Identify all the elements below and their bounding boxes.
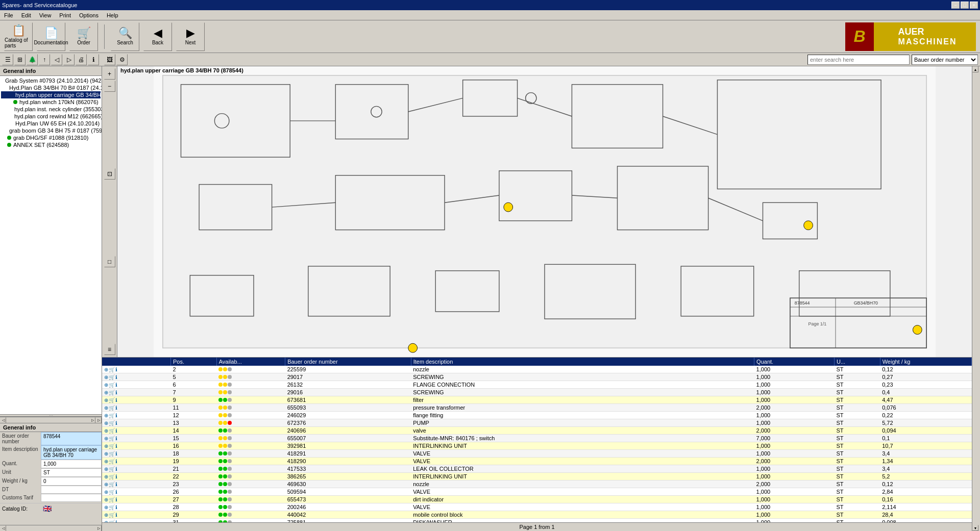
table-row[interactable]: ⊕ 🛒 ℹ 6 26132 FLANGE CONNECTION 1,000 ST… (102, 381, 972, 389)
col-weight[interactable]: Weight / kg (880, 358, 971, 366)
tb2-grid-btn[interactable]: ⊞ (14, 54, 26, 65)
layers-button[interactable]: ≡ (104, 344, 115, 355)
tb2-print-btn[interactable]: 🖨 (76, 54, 87, 65)
add-to-order-icon[interactable]: ⊕ (104, 512, 108, 518)
right-scrollbar[interactable]: ▲ ▼ (972, 66, 980, 531)
menu-help[interactable]: Help (103, 11, 122, 19)
tb2-part-btn[interactable]: ⚙ (116, 54, 128, 65)
cart-icon[interactable]: 🛒 (109, 504, 115, 510)
col-order[interactable]: Bauer order number (285, 358, 411, 366)
table-row[interactable]: ⊕ 🛒 ℹ 27 655473 dirt indicator 1,000 ST … (102, 496, 972, 503)
info-icon[interactable]: ℹ (115, 374, 117, 380)
tb2-fwd-btn[interactable]: ▷ (63, 54, 75, 65)
order-button[interactable]: 🛒 Order (69, 22, 98, 51)
cart-icon[interactable]: 🛒 (109, 443, 115, 449)
tb2-list-btn[interactable]: ☰ (2, 54, 13, 65)
zoom-in-button[interactable]: + (104, 68, 115, 80)
info-icon[interactable]: ℹ (115, 474, 117, 479)
tree-item-hyd_inst[interactable]: hyd.plan inst. neck cylinder (355303) (1, 106, 101, 113)
zoom-out-button[interactable]: − (104, 81, 115, 92)
tree-item-hyd_upper[interactable]: hyd.plan upper carriage GB 34/BH 70 (8..… (1, 91, 101, 98)
cart-icon[interactable]: 🛒 (109, 413, 115, 418)
add-to-order-icon[interactable]: ⊕ (104, 474, 108, 479)
col-quant[interactable]: Quant. (754, 358, 835, 366)
add-to-order-icon[interactable]: ⊕ (104, 459, 108, 464)
cart-icon[interactable]: 🛒 (109, 420, 115, 426)
cart-icon[interactable]: 🛒 (109, 382, 115, 388)
info-scroll-right[interactable]: ▷ (95, 525, 102, 532)
menu-view[interactable]: View (35, 11, 56, 19)
table-row[interactable]: ⊕ 🛒 ℹ 12 246029 flange fitting 1,000 ST … (102, 412, 972, 419)
info-icon[interactable]: ℹ (115, 482, 117, 487)
add-to-order-icon[interactable]: ⊕ (104, 390, 108, 395)
table-row[interactable]: ⊕ 🛒 ℹ 23 469630 nozzle 2,000 ST 0,12 (102, 481, 972, 488)
tree-item-grab_boom[interactable]: grab boom GB 34 BH 75 # 0187 (759481) (1, 127, 101, 134)
info-icon[interactable]: ℹ (115, 405, 117, 411)
table-row[interactable]: ⊕ 🛒 ℹ 9 673681 filter 1,000 ST 4,47 (102, 396, 972, 404)
add-to-order-icon[interactable]: ⊕ (104, 466, 108, 472)
add-to-order-icon[interactable]: ⊕ (104, 397, 108, 403)
info-icon[interactable]: ℹ (115, 436, 117, 441)
table-row[interactable]: ⊕ 🛒 ℹ 5 29017 SCREWING 1,000 ST 0,27 (102, 373, 972, 381)
tb2-tree-btn[interactable]: 🌲 (27, 54, 38, 65)
info-icon[interactable]: ℹ (115, 451, 117, 457)
add-to-order-icon[interactable]: ⊕ (104, 374, 108, 380)
add-to-order-icon[interactable]: ⊕ (104, 405, 108, 411)
add-to-order-icon[interactable]: ⊕ (104, 482, 108, 487)
table-row[interactable]: ⊕ 🛒 ℹ 29 440042 mobile control block 1,0… (102, 511, 972, 519)
cart-icon[interactable]: 🛒 (109, 497, 115, 502)
tree-item-grab_dhg[interactable]: grab DHG/SF #1088 (912810) (1, 134, 101, 141)
info-icon[interactable]: ℹ (115, 390, 117, 395)
add-to-order-icon[interactable]: ⊕ (104, 443, 108, 449)
cart-icon[interactable]: 🛒 (109, 482, 115, 487)
back-button[interactable]: ◀ Back (143, 22, 172, 51)
add-to-order-icon[interactable]: ⊕ (104, 489, 108, 495)
cart-icon[interactable]: 🛒 (109, 436, 115, 441)
add-to-order-icon[interactable]: ⊕ (104, 367, 108, 372)
info-icon[interactable]: ℹ (115, 489, 117, 495)
add-to-order-icon[interactable]: ⊕ (104, 382, 108, 388)
table-row[interactable]: ⊕ 🛒 ℹ 16 392981 INTERLINKING UNIT 1,000 … (102, 442, 972, 450)
cart-icon[interactable]: 🛒 (109, 374, 115, 380)
add-to-order-icon[interactable]: ⊕ (104, 436, 108, 441)
menu-edit[interactable]: Edit (17, 11, 35, 19)
info-icon[interactable]: ℹ (115, 459, 117, 464)
restore-button[interactable]: □ (961, 2, 969, 9)
tree-item-hyd_cord[interactable]: hyd.plan cord rewind M12 (662665) (1, 113, 101, 120)
close-button[interactable]: × (970, 2, 978, 9)
add-to-order-icon[interactable]: ⊕ (104, 428, 108, 434)
add-to-order-icon[interactable]: ⊕ (104, 420, 108, 426)
tree-item-hyd_uw[interactable]: Hyd.Plan UW 65 EH (24.10.2014) (69225) (1, 120, 101, 127)
parts-table-wrapper[interactable]: Pos. Availab... Bauer order number Item … (102, 358, 972, 522)
tree-scroll-right[interactable]: ▷ (89, 417, 95, 423)
add-to-order-icon[interactable]: ⊕ (104, 413, 108, 418)
add-to-order-icon[interactable]: ⊕ (104, 504, 108, 510)
col-pos[interactable]: Pos. (170, 358, 216, 366)
table-row[interactable]: ⊕ 🛒 ℹ 2 225599 nozzle 1,000 ST 0,12 (102, 366, 972, 373)
tb2-img-btn[interactable]: 🖼 (104, 54, 115, 65)
col-unit[interactable]: U... (834, 358, 880, 366)
fit-button[interactable]: ⊡ (104, 168, 115, 180)
table-row[interactable]: ⊕ 🛒 ℹ 21 417533 LEAK OIL COLLECTOR 1,000… (102, 465, 972, 473)
table-row[interactable]: ⊕ 🛒 ℹ 26 509594 VALVE 1,000 ST 2,84 (102, 488, 972, 496)
info-icon[interactable]: ℹ (115, 397, 117, 403)
tree-hscroll[interactable]: ◁ ▷ ▷ (0, 417, 102, 423)
info-icon[interactable]: ℹ (115, 512, 117, 518)
tree-scroll-down[interactable]: ▷ (95, 417, 102, 423)
cart-icon[interactable]: 🛒 (109, 428, 115, 434)
table-row[interactable]: ⊕ 🛒 ℹ 13 672376 PUMP 1,000 ST 5,72 (102, 419, 972, 427)
info-scroll-track[interactable] (6, 526, 95, 531)
info-hscroll[interactable]: ◁ ▷ (0, 525, 102, 531)
tb2-back-btn[interactable]: ◁ (51, 54, 62, 65)
cart-icon[interactable]: 🛒 (109, 474, 115, 479)
menu-file[interactable]: File (0, 11, 17, 19)
col-desc[interactable]: Item description (411, 358, 754, 366)
tree-scroll-left[interactable]: ◁ (0, 417, 6, 423)
table-row[interactable]: ⊕ 🛒 ℹ 11 655093 pressure transformer 2,0… (102, 404, 972, 412)
table-row[interactable]: ⊕ 🛒 ℹ 7 29016 SCREWING 1,000 ST 0,4 (102, 389, 972, 396)
info-icon[interactable]: ℹ (115, 413, 117, 418)
overview-button[interactable]: □ (104, 256, 115, 267)
info-icon[interactable]: ℹ (115, 443, 117, 449)
table-row[interactable]: ⊕ 🛒 ℹ 19 418290 VALVE 2,000 ST 1,34 (102, 458, 972, 465)
info-scroll-left[interactable]: ◁ (0, 525, 6, 532)
